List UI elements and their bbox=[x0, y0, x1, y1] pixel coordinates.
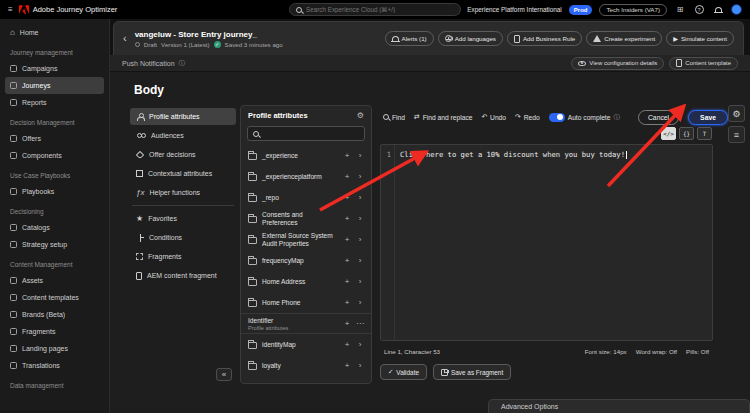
attribute-row[interactable]: _experience+› bbox=[241, 145, 371, 166]
palette-item-favorites[interactable]: ★Favorites bbox=[130, 210, 236, 227]
palette-item-profile-attributes[interactable]: Profile attributes bbox=[130, 108, 236, 125]
pills-status[interactable]: Pills: Off bbox=[686, 348, 709, 355]
attribute-row-identifier[interactable]: Identifier Profile attributes + ⋯ bbox=[241, 313, 371, 334]
sidebar-item-landing-pages[interactable]: Landing pages bbox=[5, 340, 104, 357]
attribute-row[interactable]: Home Phone+› bbox=[241, 292, 371, 313]
sidebar-item-fragments[interactable]: Fragments bbox=[5, 323, 104, 340]
gear-icon[interactable]: ⚙ bbox=[357, 111, 364, 120]
sandbox-picker[interactable]: Tech Insiders (VA7) bbox=[599, 4, 667, 16]
menu-icon[interactable]: ≡ bbox=[8, 5, 13, 14]
sidebar-section-decision-management[interactable]: Decision Management bbox=[0, 114, 109, 130]
add-attribute-icon[interactable]: + bbox=[343, 214, 351, 223]
word-wrap-status[interactable]: Word wrap: Off bbox=[636, 348, 677, 355]
add-attribute-icon[interactable]: + bbox=[343, 193, 351, 202]
chevron-right-icon[interactable]: › bbox=[356, 256, 364, 265]
sidebar-item-strategy-setup[interactable]: Strategy setup bbox=[5, 236, 104, 253]
code-view-button[interactable]: </> bbox=[661, 127, 676, 140]
add-attribute-icon[interactable]: + bbox=[343, 319, 351, 328]
attribute-row[interactable]: Home Address+› bbox=[241, 271, 371, 292]
sidebar-item-components[interactable]: Components bbox=[5, 147, 104, 164]
attribute-row[interactable]: identityMap+› bbox=[241, 334, 371, 355]
sidebar-item-playbooks[interactable]: Playbooks bbox=[5, 183, 104, 200]
sidebar-item-translations[interactable]: Translations bbox=[5, 357, 104, 374]
palette-item-contextual-attributes[interactable]: Contextual attributes bbox=[130, 165, 236, 182]
content-template-button[interactable]: Content template bbox=[669, 57, 738, 70]
sidebar-item-home[interactable]: ⌂ Home bbox=[5, 24, 104, 41]
save-button[interactable]: Save bbox=[688, 110, 728, 125]
attribute-row[interactable]: _repo+› bbox=[241, 187, 371, 208]
attribute-row[interactable]: _experienceplatform+› bbox=[241, 166, 371, 187]
info-icon[interactable]: ⓘ bbox=[179, 59, 186, 68]
settings-gear-icon[interactable]: ⚙ bbox=[728, 105, 745, 122]
palette-item-aem-content-fragment[interactable]: AEM content fragment bbox=[130, 267, 236, 284]
validate-button[interactable]: ✓Validate bbox=[380, 364, 427, 380]
sidebar-item-journeys[interactable]: Journeys bbox=[5, 77, 104, 94]
chevron-right-icon[interactable]: › bbox=[356, 214, 364, 223]
add-attribute-icon[interactable]: + bbox=[343, 172, 351, 181]
add-attribute-icon[interactable]: + bbox=[343, 277, 351, 286]
font-size-status[interactable]: Font size: 14px bbox=[585, 348, 627, 355]
chevron-right-icon[interactable]: › bbox=[356, 151, 364, 160]
more-options-icon[interactable]: ⋯ bbox=[356, 319, 364, 328]
redo-button[interactable]: ↷Redo bbox=[515, 113, 540, 121]
sidebar-item-reports[interactable]: Reports bbox=[5, 94, 104, 111]
apps-grid-icon[interactable]: ⊞ bbox=[674, 4, 686, 16]
chevron-right-icon[interactable]: › bbox=[356, 172, 364, 181]
sidebar-item-campaigns[interactable]: Campaigns bbox=[5, 60, 104, 77]
sidebar-section-decisioning[interactable]: Decisioning bbox=[0, 203, 109, 219]
add-attribute-icon[interactable]: + bbox=[343, 298, 351, 307]
advanced-options-panel[interactable]: Advanced Options bbox=[488, 399, 750, 413]
simulate-content-button[interactable]: ▶Simulate content bbox=[666, 31, 734, 46]
view-configuration-button[interactable]: View configuration details bbox=[571, 57, 664, 70]
palette-item-audiences[interactable]: Audiences bbox=[130, 127, 236, 144]
sidebar-item-offers[interactable]: Offers bbox=[5, 130, 104, 147]
chevron-right-icon[interactable]: › bbox=[356, 277, 364, 286]
add-languages-button[interactable]: Add languages bbox=[438, 31, 503, 46]
autocomplete-toggle[interactable]: Auto complete ⓘ bbox=[549, 113, 620, 122]
add-attribute-icon[interactable]: + bbox=[343, 151, 351, 160]
org-name[interactable]: Experience Platform International bbox=[467, 6, 562, 13]
create-experiment-button[interactable]: Create experiment bbox=[586, 31, 662, 46]
palette-item-offer-decisions[interactable]: Offer decisions bbox=[130, 146, 236, 163]
add-attribute-icon[interactable]: + bbox=[343, 256, 351, 265]
add-attribute-icon[interactable]: + bbox=[343, 340, 351, 349]
attribute-row[interactable]: loyalty+› bbox=[241, 355, 371, 376]
attribute-row[interactable]: External Source System Audit Properties+… bbox=[241, 229, 371, 250]
add-attribute-icon[interactable]: + bbox=[343, 361, 351, 370]
palette-item-helper-functions[interactable]: ƒxHelper functions bbox=[130, 184, 236, 201]
attribute-row[interactable]: Consents and Preferences+› bbox=[241, 208, 371, 229]
text-view-button[interactable]: T bbox=[697, 127, 712, 140]
palette-item-conditions[interactable]: Conditions bbox=[130, 229, 236, 246]
sidebar-item-catalogs[interactable]: Catalogs bbox=[5, 219, 104, 236]
toggle-switch-icon[interactable] bbox=[549, 113, 565, 122]
journey-version[interactable]: Version 1 (Latest) bbox=[161, 41, 210, 48]
info-icon[interactable]: ⓘ bbox=[613, 113, 620, 122]
user-avatar[interactable] bbox=[731, 4, 742, 15]
collapse-panel-button[interactable]: « bbox=[216, 368, 232, 381]
braces-view-button[interactable]: {} bbox=[679, 127, 694, 140]
chevron-right-icon[interactable]: › bbox=[356, 235, 364, 244]
find-replace-button[interactable]: ⇄Find and replace bbox=[414, 113, 472, 121]
cancel-button[interactable]: Cancel bbox=[638, 110, 679, 125]
environment-badge[interactable]: Prod bbox=[569, 5, 593, 15]
global-search[interactable] bbox=[289, 3, 461, 16]
palette-item-fragments[interactable]: Fragments bbox=[130, 248, 236, 265]
sidebar-item-brands-beta[interactable]: Brands (Beta) bbox=[5, 306, 104, 323]
sidebar-section-journey-management[interactable]: Journey management bbox=[0, 44, 109, 60]
chevron-right-icon[interactable]: › bbox=[356, 361, 364, 370]
panel-menu-icon[interactable]: ≡ bbox=[728, 126, 745, 143]
attribute-row[interactable]: frequencyMap+› bbox=[241, 250, 371, 271]
code-editor[interactable]: 1 Click here to get a 10% discount when … bbox=[380, 144, 713, 341]
sidebar-item-content-templates[interactable]: Content templates bbox=[5, 289, 104, 306]
add-attribute-icon[interactable]: + bbox=[343, 235, 351, 244]
attributes-search-input[interactable] bbox=[263, 130, 359, 137]
add-business-rule-button[interactable]: Add Business Rule bbox=[507, 31, 582, 46]
undo-button[interactable]: ↶Undo bbox=[481, 113, 506, 121]
save-as-fragment-button[interactable]: Save as Fragment bbox=[433, 364, 511, 380]
sidebar-section-data-management[interactable]: Data management bbox=[0, 377, 109, 393]
attributes-search[interactable] bbox=[247, 126, 365, 141]
notifications-bell-icon[interactable] bbox=[712, 4, 724, 16]
help-icon[interactable]: ? bbox=[693, 4, 705, 16]
chevron-right-icon[interactable]: › bbox=[356, 340, 364, 349]
find-button[interactable]: Find bbox=[383, 114, 405, 121]
